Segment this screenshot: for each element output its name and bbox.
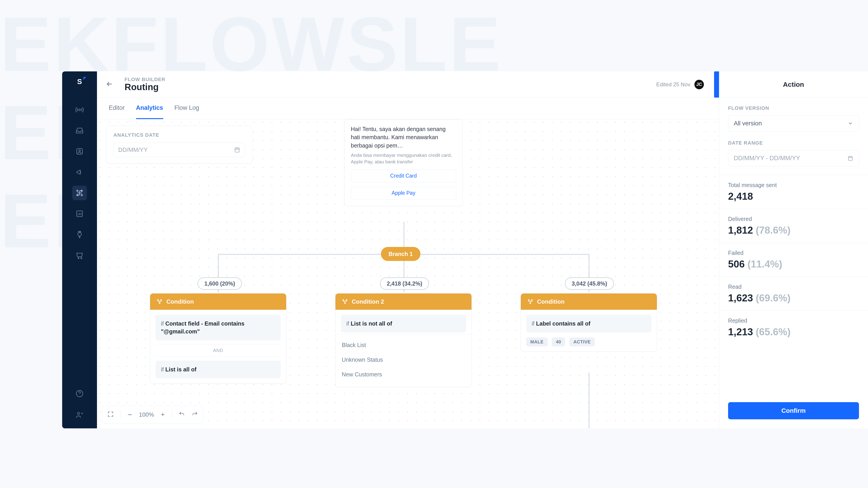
- condition-header: Condition: [150, 293, 286, 310]
- app-logo: S◤: [74, 76, 85, 87]
- message-option-apple-pay[interactable]: Apple Pay: [351, 187, 456, 199]
- branch-icon: [156, 298, 163, 305]
- nav-item-analytics[interactable]: [72, 206, 87, 221]
- condition-rule: if Label contains all of: [526, 315, 651, 332]
- svg-point-22: [528, 300, 529, 301]
- stat-value: 2,418: [728, 191, 859, 202]
- svg-point-17: [161, 300, 162, 301]
- count-chip-2: 2,418 (34.2%): [380, 278, 429, 290]
- tag: 40: [552, 337, 565, 346]
- svg-point-16: [158, 300, 159, 301]
- date-range-input[interactable]: DD/MM/YY - DD/MM/YY: [728, 150, 859, 166]
- calendar-icon: [234, 147, 240, 153]
- stat-value: 1,213 (65.6%): [728, 326, 859, 337]
- stat-label: Read: [728, 284, 859, 290]
- redo-button[interactable]: [192, 411, 198, 418]
- undo-button[interactable]: [179, 411, 185, 418]
- confirm-button[interactable]: Confirm: [728, 402, 859, 419]
- svg-point-23: [531, 300, 532, 301]
- stat-label: Replied: [728, 318, 859, 324]
- stat-value: 1,812 (78.6%): [728, 225, 859, 236]
- back-button[interactable]: [105, 80, 113, 89]
- svg-point-6: [81, 194, 82, 196]
- edited-stamp: Edited 25 Nov: [656, 81, 690, 88]
- svg-point-8: [78, 258, 79, 259]
- stat-value: 506 (11.4%): [728, 258, 859, 270]
- connector-line: [589, 372, 590, 428]
- zoom-out-button[interactable]: −: [128, 410, 132, 419]
- stat-value: 1,623 (69.6%): [728, 292, 859, 304]
- zoom-in-button[interactable]: +: [161, 411, 165, 418]
- message-text-1: Hai! Tentu, saya akan dengan senang hati…: [351, 125, 456, 150]
- nav-item-flow[interactable]: [72, 186, 87, 200]
- panel-title: Action: [719, 71, 868, 98]
- condition-card-1[interactable]: Condition if Contact field - Email conta…: [150, 293, 286, 384]
- condition-card-3[interactable]: Condition if Label contains all of MALE …: [521, 293, 657, 352]
- condition-rule: if List is all of: [156, 361, 281, 379]
- nav-item-commerce[interactable]: [72, 248, 87, 263]
- calendar-icon: [847, 155, 853, 161]
- nav-item-settings[interactable]: [72, 408, 87, 422]
- nav-item-integrations[interactable]: [72, 227, 87, 242]
- nav-item-inbox[interactable]: [72, 123, 87, 138]
- date-range-label: DATE RANGE: [728, 140, 859, 146]
- stat-label: Total message sent: [728, 182, 859, 188]
- nav-item-help[interactable]: [72, 386, 87, 401]
- stat-label: Failed: [728, 250, 859, 256]
- branch-icon: [527, 298, 533, 305]
- app-sidebar: S◤: [62, 71, 97, 428]
- action-panel: Action FLOW VERSION All version DATE RAN…: [719, 71, 868, 428]
- svg-point-2: [79, 150, 81, 152]
- flow-version-select[interactable]: All version: [728, 115, 859, 131]
- svg-point-11: [78, 412, 80, 415]
- svg-point-21: [344, 303, 346, 304]
- tag: ACTIVE: [569, 337, 595, 346]
- condition-card-2[interactable]: Condition 2 if List is not all of Black …: [335, 293, 472, 387]
- tab-editor[interactable]: Editor: [109, 98, 125, 119]
- tab-analytics[interactable]: Analytics: [136, 98, 163, 119]
- condition-header: Condition 2: [336, 293, 471, 310]
- analytics-date-label: ANALYTICS DATE: [114, 132, 245, 138]
- and-divider: AND: [156, 345, 281, 357]
- svg-point-24: [530, 303, 531, 304]
- list-item: New Customers: [341, 367, 466, 382]
- nav-item-live[interactable]: [72, 103, 87, 117]
- zoom-level: 100%: [139, 411, 154, 418]
- svg-rect-25: [848, 156, 852, 160]
- condition-rule: if List is not all of: [341, 315, 466, 332]
- message-option-credit-card[interactable]: Credit Card: [351, 170, 456, 182]
- analytics-date-input[interactable]: DD/MM/YY: [114, 142, 245, 157]
- svg-point-0: [79, 109, 81, 111]
- tag: MALE: [526, 337, 548, 346]
- svg-point-9: [81, 258, 82, 259]
- stat-label: Delivered: [728, 216, 859, 222]
- condition-rule: if Contact field - Email contains "@gmai…: [156, 315, 281, 340]
- nav-item-contacts[interactable]: [72, 144, 87, 159]
- panel-accent: [714, 71, 719, 98]
- count-chip-1: 1,600 (20%): [197, 278, 242, 290]
- nav-item-broadcast[interactable]: [72, 165, 87, 180]
- svg-point-18: [159, 303, 160, 304]
- tab-flow-log[interactable]: Flow Log: [175, 98, 199, 119]
- list-item: Unknown Status: [341, 352, 466, 367]
- breadcrumb: FLOW BUILDER: [125, 76, 165, 83]
- branch-icon: [342, 298, 348, 305]
- analytics-date-card: ANALYTICS DATE DD/MM/YY: [106, 126, 252, 164]
- svg-rect-15: [235, 148, 239, 152]
- zoom-toolbar: − 100% +: [102, 406, 203, 423]
- svg-point-3: [76, 190, 78, 191]
- chevron-down-icon: [847, 121, 853, 126]
- fit-screen-button[interactable]: [107, 411, 114, 418]
- count-chip-3: 3,042 (45.8%): [565, 278, 614, 290]
- message-node[interactable]: Hai! Tentu, saya akan dengan senang hati…: [344, 119, 463, 206]
- list-item: Black List: [341, 338, 466, 352]
- avatar[interactable]: JC: [694, 80, 704, 89]
- svg-point-19: [343, 300, 344, 301]
- page-title: Routing: [125, 82, 165, 92]
- message-text-2: Anda bisa membayar menggunakan credit ca…: [351, 152, 456, 165]
- svg-point-20: [346, 300, 347, 301]
- condition-header: Condition: [521, 293, 657, 310]
- branch-chip[interactable]: Branch 1: [381, 247, 421, 261]
- flow-version-label: FLOW VERSION: [728, 105, 859, 111]
